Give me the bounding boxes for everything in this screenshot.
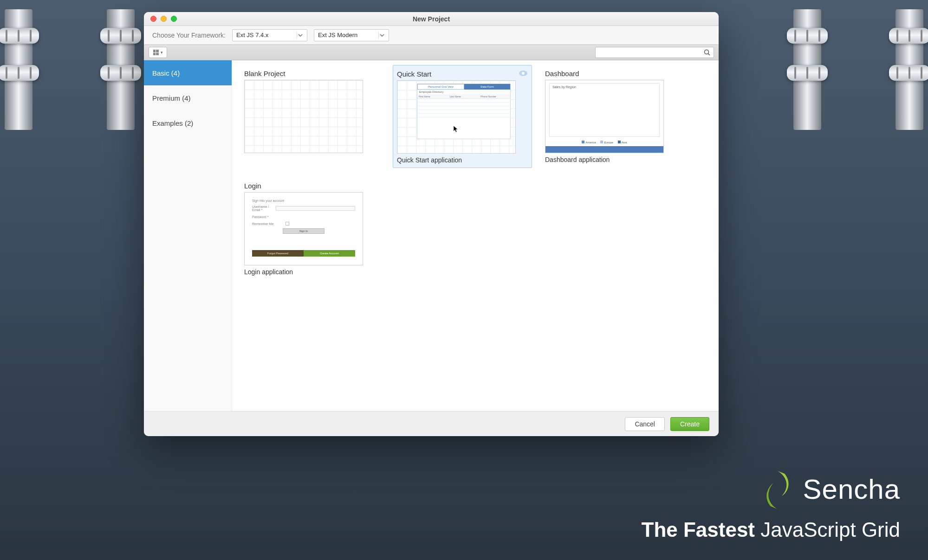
framework-version-value: Ext JS 7.4.x: [236, 32, 268, 39]
dialog-footer: Cancel Create: [144, 411, 719, 436]
template-blank[interactable]: Blank Project: [244, 69, 380, 164]
template-thumbnail: [244, 80, 363, 153]
search-icon: [703, 49, 711, 56]
brand-name: Sencha: [803, 473, 901, 505]
preview-panel-title: Employee Directory: [417, 90, 510, 94]
template-quick-start[interactable]: Quick Start Personnel Grid View Data For…: [393, 65, 532, 168]
view-mode-toggle[interactable]: ▾: [149, 47, 167, 58]
framework-toolkit-value: Ext JS Modern: [318, 32, 357, 39]
cancel-button[interactable]: Cancel: [625, 417, 665, 431]
template-gallery: Blank Project Quick Start Personnel Grid…: [232, 60, 719, 411]
framework-row: Choose Your Framework: Ext JS 7.4.x Ext …: [144, 26, 719, 45]
template-title: Quick Start: [397, 70, 431, 78]
preview-tab: Data Form: [464, 84, 510, 90]
dialog-title: New Project: [144, 15, 719, 23]
sencha-logo-icon: [761, 468, 794, 510]
titlebar: New Project: [144, 12, 719, 26]
brand-tagline: The Fastest JavaScript Grid: [642, 518, 901, 541]
template-login[interactable]: Login Sign into your account Username / …: [244, 181, 380, 276]
chart-legend: America Europe Asia: [545, 139, 663, 145]
template-thumbnail: Sign into your account Username / Email …: [244, 192, 363, 265]
svg-point-0: [705, 50, 709, 54]
template-caption: Dashboard application: [545, 156, 681, 163]
category-sidebar: Basic (4) Premium (4) Examples (2): [144, 60, 232, 411]
template-title: Dashboard: [545, 70, 579, 77]
template-title: Blank Project: [244, 70, 285, 77]
template-title: Login: [244, 182, 261, 190]
template-caption: Quick Start application: [397, 156, 528, 164]
create-button[interactable]: Create: [670, 417, 709, 431]
gallery-toolbar: ▾: [144, 45, 719, 60]
template-dashboard[interactable]: Dashboard Sales by Region America Europe…: [545, 69, 681, 164]
brand-footer: Sencha The Fastest JavaScript Grid: [642, 468, 901, 541]
template-thumbnail: Sales by Region America Europe Asia: [545, 80, 664, 153]
search-field[interactable]: [598, 49, 703, 56]
framework-toolkit-select[interactable]: Ext JS Modern: [314, 29, 389, 41]
grid-view-icon: [153, 50, 159, 55]
framework-label: Choose Your Framework:: [152, 32, 226, 39]
chevron-down-icon: [378, 32, 386, 39]
svg-point-3: [522, 72, 525, 75]
template-thumbnail: Personnel Grid View Data Form Employee D…: [397, 80, 516, 154]
search-input[interactable]: [595, 47, 714, 58]
login-heading: Sign into your account: [252, 199, 355, 202]
chart-title: Sales by Region: [550, 84, 659, 90]
preview-icon[interactable]: [519, 70, 528, 78]
sidebar-item-premium[interactable]: Premium (4): [144, 85, 232, 110]
chevron-down-icon: ▾: [161, 50, 163, 55]
new-project-dialog: New Project Choose Your Framework: Ext J…: [144, 12, 719, 436]
preview-tab: Personnel Grid View: [417, 84, 464, 90]
framework-version-select[interactable]: Ext JS 7.4.x: [232, 29, 307, 41]
chevron-down-icon: [297, 32, 304, 39]
template-caption: Login application: [244, 268, 380, 276]
sidebar-item-basic[interactable]: Basic (4): [144, 60, 232, 85]
sidebar-item-examples[interactable]: Examples (2): [144, 110, 232, 135]
svg-line-1: [708, 54, 710, 56]
